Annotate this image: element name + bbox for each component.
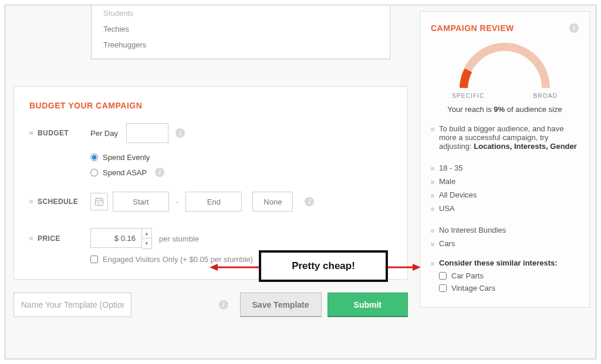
submit-button[interactable]: Submit <box>327 292 408 317</box>
info-icon[interactable]: i <box>305 197 314 206</box>
price-stepper[interactable]: ▲ ▼ <box>142 228 152 249</box>
reach-percent: 9% <box>494 105 505 114</box>
budget-row: BUDGET Per Day i <box>29 123 392 143</box>
per-day-label: Per Day <box>90 129 118 138</box>
targeting-gender: Male <box>431 175 579 188</box>
similar-car-parts-label: Car Parts <box>451 271 484 280</box>
reach-text: Your reach is 9% of audience size <box>431 105 579 114</box>
similar-interests-heading: Consider these similar interests: <box>431 256 579 270</box>
spend-evenly-label: Spend Evenly <box>103 153 150 162</box>
annotation-arrow-left-icon <box>210 263 262 271</box>
engaged-visitors-label: Engaged Visitors Only (+ $0.05 per stumb… <box>103 255 253 264</box>
similar-vintage-cars-checkbox[interactable] <box>439 284 447 292</box>
schedule-end-input[interactable] <box>185 192 242 212</box>
engaged-visitors-checkbox[interactable] <box>90 256 98 263</box>
price-label: PRICE <box>29 234 90 243</box>
interest-list-box: Students Techies Treehuggers <box>91 5 390 59</box>
reach-suffix: of audience size <box>505 105 562 114</box>
schedule-row: SCHEDULE - None i <box>29 192 392 212</box>
similar-car-parts-checkbox[interactable] <box>439 272 447 280</box>
price-row: PRICE ▲ ▼ per stumble <box>29 228 392 249</box>
gauge-labels: SPECIFIC BROAD <box>452 93 558 99</box>
review-targeting: 18 - 35 Male All Devices USA <box>431 161 579 215</box>
interest-item[interactable]: Treehuggers <box>103 37 390 53</box>
targeting-devices: All Devices <box>431 188 579 202</box>
spend-evenly-option[interactable]: Spend Evenly <box>90 150 392 165</box>
budget-label: BUDGET <box>29 129 90 137</box>
svg-marker-12 <box>413 264 421 271</box>
review-tip: To build a bigger audience, and have mor… <box>431 122 579 153</box>
review-interests: No Interest Bundles Cars <box>431 223 579 250</box>
info-icon[interactable]: i <box>219 300 228 309</box>
annotation-callout: Pretty cheap! <box>259 250 388 282</box>
info-icon[interactable]: i <box>569 23 579 33</box>
campaign-review-card: CAMPAIGN REVIEW i SPECIFIC BROAD Your re… <box>420 11 590 308</box>
review-tips: To build a bigger audience, and have mor… <box>431 122 579 153</box>
annotation-arrow-right-icon <box>386 263 421 271</box>
tip-bold: Locations, Interests, Gender <box>474 142 577 151</box>
spend-asap-label: Spend ASAP <box>103 168 147 177</box>
gauge-broad-label: BROAD <box>533 93 558 99</box>
similar-vintage-cars-label: Vintage Cars <box>451 284 495 292</box>
schedule-dash: - <box>176 198 178 206</box>
app-frame: Students Techies Treehuggers BUDGET YOUR… <box>5 5 596 359</box>
targeting-location: USA <box>431 202 579 215</box>
svg-point-4 <box>97 202 98 203</box>
template-name-input[interactable] <box>13 292 131 317</box>
similar-interest-option[interactable]: Vintage Cars <box>431 282 579 294</box>
reach-gauge: SPECIFIC BROAD <box>431 42 579 99</box>
schedule-start-input[interactable] <box>113 192 169 212</box>
svg-marker-10 <box>210 264 218 271</box>
gauge-specific-label: SPECIFIC <box>452 93 485 99</box>
info-icon[interactable]: i <box>175 128 185 138</box>
spend-asap-radio[interactable] <box>90 169 98 176</box>
save-template-button[interactable]: Save Template <box>240 292 322 317</box>
bottom-bar: i Save Template Submit <box>13 292 408 317</box>
schedule-label: SCHEDULE <box>29 198 90 206</box>
interest-item[interactable]: Students <box>103 5 390 21</box>
similar-interest-option[interactable]: Car Parts <box>431 270 579 282</box>
spend-evenly-radio[interactable] <box>90 154 98 161</box>
interest-cars: Cars <box>431 237 579 250</box>
review-title-text: CAMPAIGN REVIEW <box>431 23 514 33</box>
no-interest-bundles: No Interest Bundles <box>431 223 579 237</box>
schedule-none-button[interactable]: None <box>252 192 293 212</box>
schedule-controls: - None i <box>90 192 314 212</box>
spend-asap-option[interactable]: Spend ASAP i <box>90 165 392 180</box>
stepper-up-icon[interactable]: ▲ <box>142 229 151 239</box>
info-icon[interactable]: i <box>155 168 164 177</box>
sidebar: CAMPAIGN REVIEW i SPECIFIC BROAD Your re… <box>420 11 590 308</box>
price-input[interactable] <box>90 228 142 248</box>
calendar-icon[interactable] <box>90 193 108 210</box>
targeting-age: 18 - 35 <box>431 161 579 175</box>
template-name-wrap: i <box>13 292 234 317</box>
reach-prefix: Your reach is <box>447 105 494 114</box>
svg-point-6 <box>100 202 102 203</box>
stepper-down-icon[interactable]: ▼ <box>142 239 151 249</box>
review-title: CAMPAIGN REVIEW i <box>431 23 579 33</box>
spend-mode-group: Spend Evenly Spend ASAP i <box>90 150 392 180</box>
interest-item[interactable]: Techies <box>103 21 390 37</box>
svg-point-7 <box>97 203 98 205</box>
budget-input[interactable] <box>126 123 168 143</box>
per-stumble-label: per stumble <box>159 234 199 243</box>
svg-point-5 <box>99 202 100 203</box>
gauge-icon <box>452 42 558 89</box>
panel-title: BUDGET YOUR CAMPAIGN <box>29 101 392 110</box>
price-input-group: ▲ ▼ <box>90 228 152 249</box>
svg-point-8 <box>99 203 100 205</box>
